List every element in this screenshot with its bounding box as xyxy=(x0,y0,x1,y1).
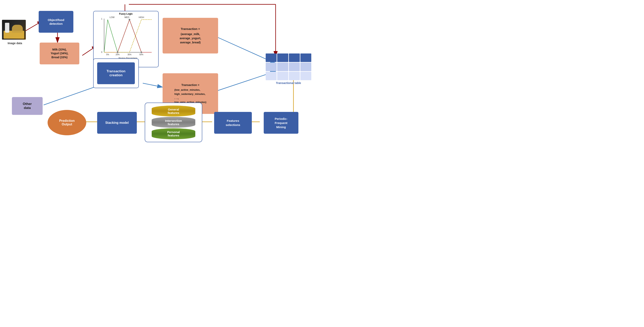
table-cell xyxy=(277,53,288,62)
table-cell xyxy=(277,72,288,80)
personal-features-cylinder: Personal features xyxy=(152,128,195,139)
svg-text:LOW: LOW xyxy=(110,16,114,18)
food-items-label: Milk (33%), Yogurt (34%), Bread (33%) xyxy=(50,48,68,59)
table-cell xyxy=(266,63,276,71)
svg-text:HIGH: HIGH xyxy=(138,16,144,18)
transaction1-body: (average_milk, average_yogurt, average_b… xyxy=(180,32,201,44)
diagram: Image data Object/food detection Milk (3… xyxy=(0,0,322,164)
svg-line-12 xyxy=(143,83,162,87)
object-detection-box: Object/food detection xyxy=(39,11,73,33)
table-cell xyxy=(300,53,311,62)
table-cell xyxy=(289,53,300,62)
svg-text:MED: MED xyxy=(124,16,130,18)
stacking-model-label: Stacking model xyxy=(105,121,129,125)
general-features-label: General features xyxy=(168,108,179,114)
transaction-creation-label: Transaction creation xyxy=(106,69,125,77)
table-cell xyxy=(266,53,276,62)
prediction-output-label: Prediction Output xyxy=(59,119,74,126)
table-cell xyxy=(277,63,288,71)
general-features-cylinder: General features xyxy=(152,106,195,116)
svg-text:0: 0 xyxy=(101,51,102,53)
table-cell xyxy=(289,63,300,71)
svg-point-33 xyxy=(117,51,118,53)
prediction-output-box: Prediction Output xyxy=(48,110,86,135)
transaction-creation-box: Transaction creation xyxy=(97,62,135,84)
transaction1-box: Transaction = (average_milk, average_yog… xyxy=(162,18,218,53)
fuzzy-chart: 1 0 5% 20% 35% 50% Region Percentage LOW… xyxy=(96,16,156,62)
features-selections-box: Features selections xyxy=(214,112,252,134)
svg-point-34 xyxy=(129,19,130,20)
transactional-table-wrapper: Transactional table xyxy=(266,53,311,80)
food-items-box: Milk (33%), Yogurt (34%), Bread (33%) xyxy=(40,42,79,64)
svg-text:1: 1 xyxy=(101,18,102,20)
intersection-features-label: Intersection features xyxy=(165,119,182,126)
table-cell xyxy=(300,63,311,71)
svg-text:20%: 20% xyxy=(116,53,120,56)
features-selections-label: Features selections xyxy=(226,119,240,127)
svg-point-35 xyxy=(140,51,142,53)
transaction2-body: (low_active_minutes, high_sedentary_minu… xyxy=(174,88,206,104)
other-data-box: Other data xyxy=(12,97,43,115)
svg-text:5%: 5% xyxy=(106,53,109,56)
transaction-creation-container: Transaction creation xyxy=(93,58,139,88)
transaction2-title: Transaction = xyxy=(182,83,200,87)
stacking-model-box: Stacking model xyxy=(97,112,137,134)
fuzzy-title: Fuzzy Logic xyxy=(119,12,133,15)
feature-container: General features Intersection features P… xyxy=(145,103,202,142)
image-data-label: Image data xyxy=(5,41,25,45)
transactional-table-label: Transactional table xyxy=(266,81,311,85)
personal-features-label: Personal features xyxy=(167,130,180,137)
image-data-box xyxy=(2,20,26,40)
svg-text:35%: 35% xyxy=(128,53,132,56)
table-cell xyxy=(300,72,311,80)
periodic-mining-box: Periodic- Frequent Mining xyxy=(264,112,298,134)
other-data-label: Other data xyxy=(23,102,32,110)
object-detection-label: Object/food detection xyxy=(48,18,64,26)
transaction1-title: Transaction = xyxy=(181,27,200,31)
table-cell xyxy=(266,72,276,80)
table-cell xyxy=(289,72,300,80)
intersection-features-cylinder: Intersection features xyxy=(152,117,195,128)
transactional-table xyxy=(266,53,311,80)
periodic-mining-label: Periodic- Frequent Mining xyxy=(274,117,287,129)
svg-text:50%: 50% xyxy=(140,53,143,56)
